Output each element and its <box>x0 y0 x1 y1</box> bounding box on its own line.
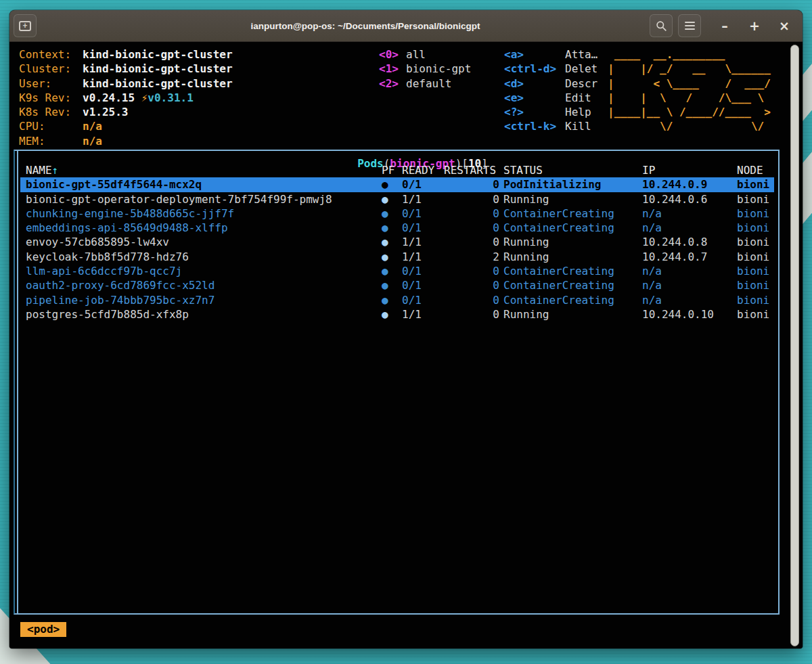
terminal-content: Context:kind-bionic-gpt-cluster Cluster:… <box>9 42 803 648</box>
column-header-pf: PF <box>382 163 402 177</box>
pod-name: envoy-57cb685895-lw4xv <box>26 235 382 249</box>
info-label: User: <box>19 76 83 91</box>
shortcut-key: <ctrl-k> <box>504 119 565 133</box>
pod-status: Running <box>503 250 642 264</box>
window-title: ianpurton@pop-os: ~/Documents/Personal/b… <box>91 10 640 42</box>
shortcut-key: <a> <box>504 47 565 62</box>
pod-node: bioni <box>737 293 774 307</box>
info-value: v0.24.15 <box>83 91 141 104</box>
pod-ready: 1/1 <box>402 250 444 264</box>
shortcut-label: Descr <box>565 77 597 90</box>
namespace-hotkey: <1> <box>379 62 406 76</box>
cluster-info-row: User:kind-bionic-gpt-cluster <box>19 76 233 91</box>
shortcut-key: <d> <box>504 76 565 91</box>
pod-status: PodInitializing <box>503 177 642 192</box>
pod-node: bioni <box>737 221 774 235</box>
pod-ip: n/a <box>642 293 737 307</box>
port-forward-dot-icon: ● <box>382 264 402 278</box>
info-value: kind-bionic-gpt-cluster <box>83 77 233 90</box>
pod-ready: 0/1 <box>402 221 444 235</box>
info-label: CPU: <box>19 119 83 133</box>
namespace-name: bionic-gpt <box>406 62 471 75</box>
info-label: K9s Rev: <box>19 91 83 105</box>
info-label: Context: <box>19 47 83 62</box>
pod-status: ContainerCreating <box>503 206 642 221</box>
pod-ip: n/a <box>642 221 737 235</box>
pod-restarts: 0 <box>444 221 503 235</box>
search-icon <box>656 20 667 32</box>
info-value: kind-bionic-gpt-cluster <box>83 62 233 75</box>
shortcut-item: <ctrl-d>Delet <box>504 62 597 76</box>
port-forward-dot-icon: ● <box>382 278 402 292</box>
port-forward-dot-icon: ● <box>382 293 402 307</box>
pod-row[interactable]: keycloak-7bb8f5d778-hdz76 ● 1/1 2 Runnin… <box>20 250 774 264</box>
pod-row[interactable]: bionic-gpt-55df4f5644-mcx2q ● 0/1 0 PodI… <box>20 177 774 192</box>
pod-name: chunking-engine-5b488d665c-jjf7f <box>26 206 382 221</box>
cluster-info-row: K8s Rev:v1.25.3 <box>19 105 233 119</box>
pod-node: bioni <box>737 235 774 249</box>
pod-status: Running <box>503 235 642 249</box>
logo-line: \/ \/ <box>608 119 771 133</box>
pod-restarts: 2 <box>444 250 503 264</box>
shortcut-label: Kill <box>565 120 591 133</box>
pod-ip: 10.244.0.9 <box>642 177 737 192</box>
pod-ip: 10.244.0.7 <box>642 250 737 264</box>
pod-row[interactable]: chunking-engine-5b488d665c-jjf7f ● 0/1 0… <box>20 206 774 221</box>
pod-row[interactable]: pipeline-job-74bbb795bc-xz7n7 ● 0/1 0 Co… <box>20 293 774 307</box>
cluster-info-row: Context:kind-bionic-gpt-cluster <box>19 47 233 62</box>
logo-line: | |/ _/ __ \______ <box>608 62 771 76</box>
pod-node: bioni <box>737 192 774 206</box>
pod-name: bionic-gpt-55df4f5644-mcx2q <box>26 177 382 192</box>
pod-restarts: 0 <box>444 206 503 221</box>
column-header-ready: READY <box>402 163 444 177</box>
maximize-button[interactable]: + <box>744 14 765 37</box>
shortcut-item: <e>Edit <box>504 91 597 105</box>
info-value: kind-bionic-gpt-cluster <box>83 48 233 61</box>
new-tab-icon: + <box>19 21 31 31</box>
namespace-item: <0>all <box>379 47 471 62</box>
close-button[interactable]: × <box>774 14 794 37</box>
pod-name: postgres-5cfd7b885d-xfx8p <box>26 307 382 322</box>
minimize-button[interactable]: – <box>715 14 735 37</box>
upgrade-lightning-icon: ⚡ <box>141 91 148 104</box>
logo-line: ____ __.________ <box>608 47 771 62</box>
pod-status: ContainerCreating <box>503 293 642 307</box>
pod-row[interactable]: bionic-gpt-operator-deployment-7bf754f99… <box>20 192 774 206</box>
pod-status: ContainerCreating <box>503 278 642 292</box>
pod-node: bioni <box>737 264 774 278</box>
namespace-hotkeys: <0>all <1>bionic-gpt <2>default <box>379 47 471 91</box>
pod-row[interactable]: envoy-57cb685895-lw4xv ● 1/1 0 Running 1… <box>20 235 774 249</box>
pod-row[interactable]: llm-api-6c6dccf97b-qcc7j ● 0/1 0 Contain… <box>20 264 774 278</box>
new-tab-button[interactable]: + <box>14 14 37 37</box>
cluster-info-block: Context:kind-bionic-gpt-cluster Cluster:… <box>19 47 233 148</box>
pod-ip: 10.244.0.8 <box>642 235 737 249</box>
pod-row[interactable]: oauth2-proxy-6cd7869fcc-x52ld ● 0/1 0 Co… <box>20 278 774 292</box>
pod-ready: 0/1 <box>402 264 444 278</box>
cluster-info-row: CPU:n/a <box>19 119 233 133</box>
mode-badge: <pod> <box>20 622 66 637</box>
pod-row[interactable]: embeddings-api-85649d9488-xlffp ● 0/1 0 … <box>20 221 774 235</box>
pod-ip: n/a <box>642 278 737 292</box>
pod-ready: 1/1 <box>402 235 444 249</box>
pod-name: bionic-gpt-operator-deployment-7bf754f99… <box>26 192 382 206</box>
terminal-window: + ianpurton@pop-os: ~/Documents/Personal… <box>9 10 803 648</box>
search-button[interactable] <box>650 14 673 37</box>
namespace-hotkey: <2> <box>379 76 406 91</box>
shortcut-label: Delet <box>565 62 597 75</box>
namespace-hotkey: <0> <box>379 47 406 62</box>
port-forward-dot-icon: ● <box>382 250 402 264</box>
terminal-scrollbar[interactable] <box>790 45 799 646</box>
shortcut-item: <?>Help <box>504 105 597 119</box>
port-forward-dot-icon: ● <box>382 206 402 221</box>
menu-button[interactable] <box>678 14 701 37</box>
column-header-restarts: RESTARTS <box>444 163 503 177</box>
shortcut-label: Help <box>565 106 597 118</box>
pod-ip: n/a <box>642 264 737 278</box>
shortcut-item: <ctrl-k>Kill <box>504 119 597 133</box>
pod-ip: n/a <box>642 206 737 221</box>
pod-row[interactable]: postgres-5cfd7b885d-xfx8p ● 1/1 0 Runnin… <box>20 307 774 322</box>
port-forward-dot-icon: ● <box>382 221 402 235</box>
pod-restarts: 0 <box>444 307 503 322</box>
pod-restarts: 0 <box>444 235 503 249</box>
pod-name: oauth2-proxy-6cd7869fcc-x52ld <box>26 278 382 292</box>
